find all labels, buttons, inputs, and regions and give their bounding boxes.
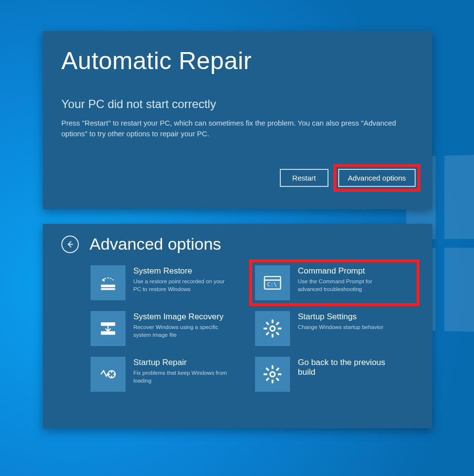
svg-rect-10 bbox=[272, 320, 273, 323]
svg-rect-7 bbox=[101, 322, 115, 326]
svg-rect-16 bbox=[266, 322, 270, 326]
svg-marker-1 bbox=[102, 278, 105, 282]
button-row: Restart Advanced options bbox=[280, 169, 416, 187]
option-go-back-previous-build[interactable]: Go back to the previous build bbox=[255, 357, 414, 392]
svg-rect-28 bbox=[264, 373, 267, 375]
svg-rect-2 bbox=[101, 285, 115, 288]
option-desc: Recover Windows using a specific system … bbox=[133, 324, 231, 339]
option-title: Command Prompt bbox=[298, 266, 395, 276]
option-desc: Fix problems that keep Windows from load… bbox=[133, 369, 231, 384]
system-restore-icon bbox=[91, 265, 126, 300]
option-title: System Restore bbox=[133, 266, 231, 276]
svg-rect-11 bbox=[272, 334, 273, 337]
option-desc: Use the Command Prompt for advanced trou… bbox=[298, 278, 395, 293]
error-subtitle: Your PC did not start correctly bbox=[61, 97, 414, 111]
restart-button[interactable]: Restart bbox=[280, 169, 328, 187]
advanced-options-panel: Advanced options System Restore Use a re… bbox=[43, 224, 432, 428]
svg-rect-12 bbox=[264, 328, 267, 330]
svg-rect-22 bbox=[108, 374, 110, 375]
gear-icon bbox=[255, 311, 290, 346]
option-startup-repair[interactable]: Startup Repair Fix problems that keep Wi… bbox=[91, 357, 249, 392]
page-title: Automatic Repair bbox=[61, 47, 414, 75]
command-prompt-icon: C:\ bbox=[255, 265, 290, 300]
options-grid: System Restore Use a restore point recor… bbox=[91, 265, 414, 392]
svg-rect-23 bbox=[113, 374, 116, 375]
svg-rect-30 bbox=[275, 367, 279, 371]
svg-point-34 bbox=[271, 373, 274, 376]
advanced-options-title: Advanced options bbox=[90, 235, 221, 254]
option-system-restore[interactable]: System Restore Use a restore point recor… bbox=[91, 265, 249, 300]
advanced-options-button[interactable]: Advanced options bbox=[338, 169, 416, 187]
svg-rect-15 bbox=[266, 331, 270, 335]
svg-rect-17 bbox=[275, 331, 279, 335]
system-image-recovery-icon bbox=[91, 311, 126, 346]
svg-rect-32 bbox=[266, 367, 270, 371]
svg-rect-26 bbox=[272, 366, 273, 369]
option-command-prompt[interactable]: C:\ Command Prompt Use the Command Promp… bbox=[253, 263, 416, 302]
option-startup-settings[interactable]: Startup Settings Change Windows startup … bbox=[255, 311, 414, 346]
svg-rect-3 bbox=[101, 288, 115, 290]
svg-text:C:\: C:\ bbox=[267, 281, 277, 288]
option-system-image-recovery[interactable]: System Image Recovery Recover Windows us… bbox=[91, 311, 249, 346]
back-button[interactable] bbox=[61, 236, 79, 253]
option-title: Go back to the previous build bbox=[298, 358, 395, 378]
svg-point-18 bbox=[271, 327, 274, 330]
option-title: Startup Settings bbox=[298, 312, 383, 322]
startup-repair-icon bbox=[91, 357, 126, 392]
option-desc: Use a restore point recorded on your PC … bbox=[133, 278, 231, 293]
option-title: System Image Recovery bbox=[133, 312, 231, 322]
svg-rect-29 bbox=[278, 373, 281, 375]
gear-icon bbox=[255, 357, 290, 392]
svg-rect-14 bbox=[275, 322, 279, 326]
option-title: Startup Repair bbox=[133, 358, 231, 367]
error-body-text: Press "Restart" to restart your PC, whic… bbox=[61, 118, 414, 139]
svg-point-24 bbox=[110, 373, 113, 376]
svg-rect-27 bbox=[272, 380, 273, 383]
svg-rect-13 bbox=[278, 328, 281, 330]
advanced-options-header: Advanced options bbox=[61, 235, 414, 254]
arrow-left-icon bbox=[66, 240, 74, 249]
automatic-repair-panel: Automatic Repair Your PC did not start c… bbox=[43, 31, 432, 209]
option-desc: Change Windows startup behavior bbox=[298, 324, 383, 331]
svg-rect-20 bbox=[111, 371, 112, 373]
svg-rect-33 bbox=[275, 377, 279, 381]
svg-rect-21 bbox=[111, 376, 112, 378]
svg-rect-31 bbox=[266, 377, 270, 381]
